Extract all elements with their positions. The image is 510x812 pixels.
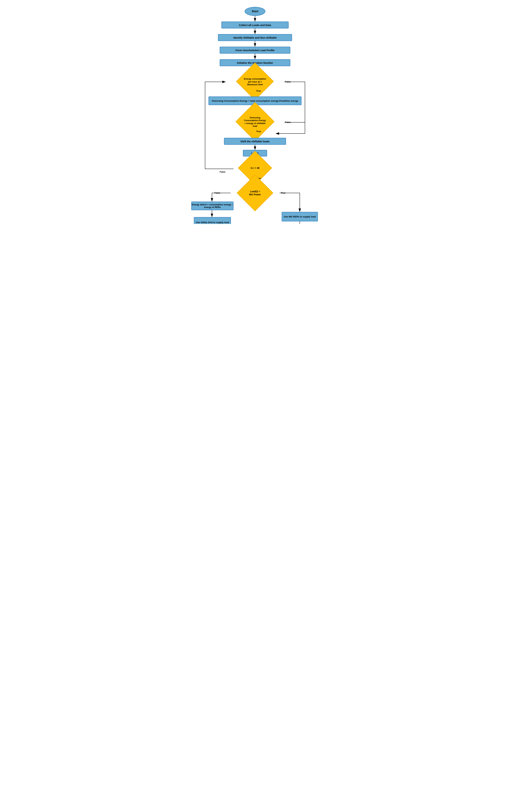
diamond1-false-label: False bbox=[285, 81, 291, 83]
diamond2-wrap: OverusingConsumption Energy< energy of s… bbox=[228, 112, 282, 132]
energy-deficit-node: Energy deficit = consumption energy – en… bbox=[191, 202, 234, 210]
identify-node: Identify Shiftable and Non-shiftable bbox=[218, 34, 292, 41]
diamond1-true-label: True bbox=[256, 90, 261, 92]
diamond4-true-label: True bbox=[281, 192, 286, 194]
diamond4-false-label: False bbox=[214, 192, 220, 194]
use-mg-node: Use MG RERs to supply load bbox=[282, 212, 318, 222]
diamond1-wrap: Energy consumptionper hour (i) >Maximum … bbox=[229, 72, 281, 91]
use-utility-node: Use Utility Grid to supply load bbox=[194, 217, 231, 224]
shift-node: Shift the shiftable loads bbox=[224, 138, 286, 145]
diamond3-wrap: Is i = 48 bbox=[234, 160, 276, 177]
flowchart: Start Collect all Loads and Data Identif… bbox=[188, 5, 322, 219]
start-node: Start bbox=[245, 7, 265, 16]
diamond3-false-label: False bbox=[220, 171, 226, 173]
diamond2-true-label: True bbox=[256, 130, 261, 133]
diamond2-false-label: False bbox=[285, 121, 291, 123]
diamond4-wrap: Load(i) <MG Power bbox=[234, 183, 276, 202]
form-node: Form Unscheduled Load Profile bbox=[220, 47, 290, 54]
collect-node: Collect all Loads and Data bbox=[221, 22, 289, 28]
